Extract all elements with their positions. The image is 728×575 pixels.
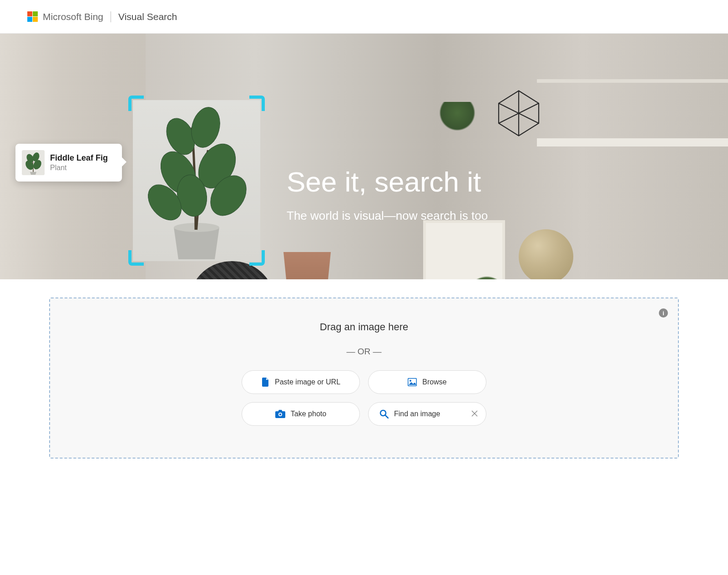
crop-corner-bl-icon	[128, 250, 144, 266]
header-divider	[111, 11, 111, 22]
bg-shelf-upper	[537, 79, 728, 83]
hero-text: See it, search it The world is visual—no…	[287, 166, 488, 223]
upload-section: i Drag an image here — OR — Paste image …	[0, 279, 728, 459]
paste-icon	[261, 378, 269, 387]
detection-result-card[interactable]: Fiddle Leaf Fig Plant	[15, 144, 122, 182]
bing-logo-link[interactable]: Microsoft Bing	[27, 11, 103, 22]
drop-instruction-label: Drag an image here	[68, 321, 660, 333]
find-image-button-label: Find an image	[394, 410, 440, 418]
find-image-button[interactable]: Find an image	[368, 402, 486, 426]
hero-banner: Fiddle Leaf Fig Plant See it, search it …	[0, 34, 728, 279]
fiddle-leaf-plant-illustration	[133, 100, 260, 261]
bg-geo-decor	[491, 88, 546, 138]
svg-line-23	[385, 415, 388, 418]
crop-corner-tl-icon	[128, 96, 144, 111]
bg-frame	[423, 220, 505, 279]
crop-corner-br-icon	[249, 250, 265, 266]
bg-shelf-lower	[537, 138, 728, 146]
page-title: Visual Search	[118, 11, 177, 22]
svg-point-19	[410, 380, 411, 382]
search-icon	[379, 409, 389, 419]
result-thumbnail	[22, 150, 45, 175]
crop-corner-tr-icon	[249, 96, 265, 111]
bg-plant-pot	[464, 275, 510, 279]
take-photo-button-label: Take photo	[291, 410, 326, 418]
take-photo-button[interactable]: Take photo	[242, 402, 360, 426]
paste-image-button[interactable]: Paste image or URL	[242, 370, 360, 394]
paste-button-label: Paste image or URL	[275, 378, 340, 386]
header-bar: Microsoft Bing Visual Search	[0, 0, 728, 34]
camera-icon	[275, 410, 285, 418]
clear-icon[interactable]	[471, 409, 478, 419]
bg-globe	[519, 229, 573, 279]
detection-crop-frame	[130, 97, 263, 264]
hero-headline: See it, search it	[287, 166, 488, 198]
svg-point-21	[279, 414, 282, 416]
or-separator: — OR —	[68, 347, 660, 357]
browse-button[interactable]: Browse	[368, 370, 486, 394]
detected-object-image	[133, 100, 260, 261]
brand-label: Microsoft Bing	[43, 11, 103, 22]
browse-button-label: Browse	[422, 378, 446, 386]
bg-terracotta-pot	[278, 252, 337, 279]
bg-plant-shelf	[437, 102, 478, 138]
image-drop-zone[interactable]: i Drag an image here — OR — Paste image …	[49, 298, 679, 459]
result-title: Fiddle Leaf Fig	[50, 153, 108, 163]
hero-subheadline: The world is visual—now search is too	[287, 209, 488, 223]
image-icon	[408, 378, 417, 386]
info-icon[interactable]: i	[659, 308, 668, 318]
result-subtitle: Plant	[50, 164, 108, 172]
microsoft-logo-icon	[27, 11, 38, 22]
